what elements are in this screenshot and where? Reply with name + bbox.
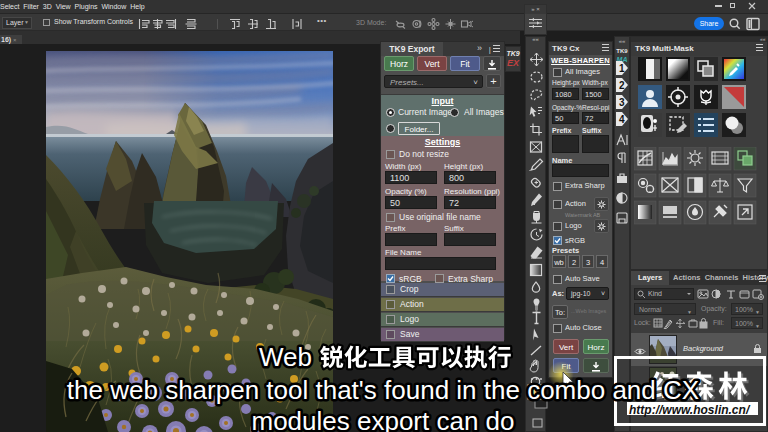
svg-text:1: 1: [619, 63, 625, 74]
svg-text:3: 3: [619, 97, 625, 108]
svg-text:2: 2: [619, 80, 625, 91]
svg-text:4: 4: [619, 114, 625, 125]
